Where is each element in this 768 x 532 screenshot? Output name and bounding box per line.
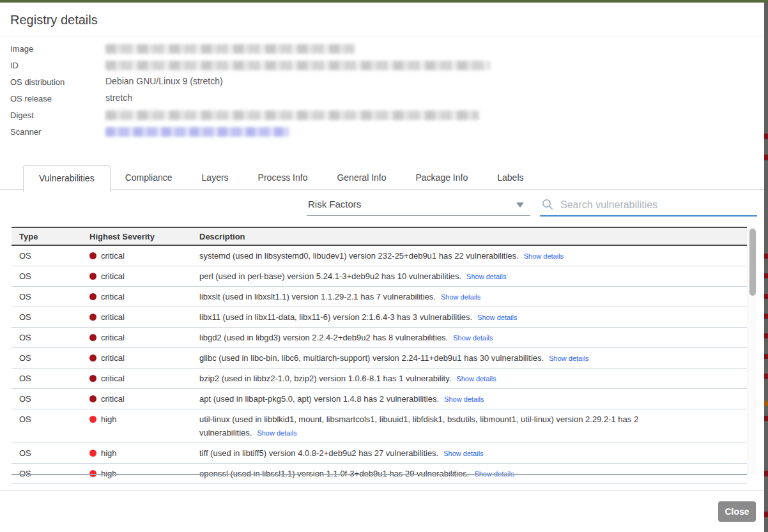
- field-label: Scanner: [10, 127, 41, 137]
- field-value-redacted: [105, 59, 490, 70]
- cell-description: libxslt (used in libxslt1.1) version 1.1…: [199, 290, 747, 304]
- cell-description: util-linux (used in libblkid1, mount, li…: [199, 413, 747, 440]
- cell-description: bzip2 (used in libbz2-1.0, bzip2) versio…: [199, 372, 747, 386]
- cell-description: libgd2 (used in libgd3) version 2.2.4-2+…: [199, 331, 747, 345]
- show-details-link[interactable]: Show details: [441, 293, 480, 301]
- severity-dot-icon: [89, 354, 96, 361]
- cell-description: apt (used in libapt-pkg5.0, apt) version…: [199, 392, 747, 406]
- column-header-highest-severity: Highest Severity: [89, 230, 199, 243]
- cell-highest-severity: critical: [89, 331, 199, 344]
- footer-divider: [0, 490, 764, 491]
- column-header-type: Type: [12, 230, 89, 243]
- column-header-description: Description: [199, 230, 747, 243]
- cell-description: perl (used in perl-base) version 5.24.1-…: [199, 270, 747, 284]
- magnifier-icon: [542, 199, 553, 210]
- show-details-link[interactable]: Show details: [466, 273, 506, 280]
- field-label: Image: [10, 44, 33, 54]
- detail-field-os-release: OS releasestretch: [0, 91, 764, 107]
- risk-factors-label: Risk Factors: [308, 199, 361, 209]
- field-value-redacted: [105, 109, 479, 120]
- show-details-link[interactable]: Show details: [444, 395, 484, 403]
- triangle-down-icon: [516, 202, 524, 208]
- show-details-link[interactable]: Show details: [443, 450, 483, 457]
- field-value-redacted: [105, 126, 289, 137]
- show-details-link[interactable]: Show details: [524, 252, 564, 260]
- tab-general-info[interactable]: General Info: [322, 165, 401, 190]
- table-scrollbar-thumb[interactable]: [749, 229, 756, 296]
- redacted-block: [105, 61, 490, 70]
- cell-type: OS: [12, 270, 89, 283]
- show-details-link[interactable]: Show details: [549, 354, 588, 362]
- table-row: OScriticallibxslt (used in libxslt1.1) v…: [12, 287, 747, 307]
- severity-dot-icon: [89, 450, 96, 457]
- field-label: Digest: [10, 110, 34, 120]
- detail-field-scanner: Scanner: [0, 124, 764, 141]
- table-bottom-border: [12, 474, 747, 475]
- cell-type: OS: [12, 310, 89, 324]
- show-details-link[interactable]: Show details: [477, 314, 517, 321]
- field-label: ID: [10, 61, 19, 70]
- redacted-block: [105, 127, 289, 137]
- severity-dot-icon: [89, 293, 96, 300]
- severity-dot-icon: [89, 416, 96, 423]
- cell-type: OS: [12, 392, 89, 406]
- table-header-row: Type Highest Severity Description: [12, 227, 747, 246]
- vulnerabilities-table: Type Highest Severity Description OScrit…: [12, 227, 756, 475]
- table-row: OShighutil-linux (used in libblkid1, mou…: [12, 409, 747, 443]
- cell-highest-severity: critical: [89, 290, 199, 303]
- cell-type: OS: [12, 372, 89, 385]
- table-row: OShightiff (used in libtiff5) version 4.…: [12, 443, 747, 464]
- cell-type: OS: [12, 290, 89, 303]
- severity-dot-icon: [89, 334, 96, 341]
- show-details-link[interactable]: Show details: [453, 334, 493, 342]
- tab-compliance[interactable]: Compliance: [111, 165, 187, 190]
- show-details-link[interactable]: Show details: [456, 375, 496, 383]
- cell-highest-severity: critical: [89, 392, 199, 406]
- risk-factors-dropdown[interactable]: Risk Factors: [307, 194, 530, 216]
- cell-highest-severity: critical: [89, 310, 199, 324]
- details-fields: ImageIDOS distributionDebian GNU/Linux 9…: [0, 41, 764, 141]
- cell-highest-severity: high: [89, 446, 199, 460]
- cell-description: libx11 (used in libx11-data, libx11-6) v…: [199, 310, 747, 324]
- search-input[interactable]: [559, 196, 753, 214]
- severity-dot-icon: [89, 375, 96, 382]
- tab-vulnerabilities[interactable]: Vulnerabilities: [23, 165, 111, 192]
- cell-type: OS: [12, 446, 89, 460]
- show-details-link[interactable]: Show details: [257, 429, 296, 437]
- table-row: OScriticallibgd2 (used in libgd3) versio…: [12, 328, 747, 348]
- background-page-right-edge: [764, 3, 768, 532]
- cell-highest-severity: critical: [89, 249, 199, 262]
- tab-bar: VulnerabilitiesComplianceLayersProcess I…: [0, 165, 764, 190]
- search-box: [540, 194, 757, 217]
- table-row: OScriticalbzip2 (used in libbz2-1.0, bzi…: [12, 369, 747, 389]
- cell-highest-severity: critical: [89, 372, 199, 385]
- table-scrollbar-track[interactable]: [748, 227, 756, 475]
- severity-dot-icon: [89, 273, 96, 280]
- field-label: OS distribution: [10, 77, 65, 87]
- tab-labels[interactable]: Labels: [482, 165, 538, 190]
- table-row: OScriticalsystemd (used in libsystemd0, …: [12, 246, 747, 266]
- cell-description: systemd (used in libsystemd0, libudev1) …: [199, 249, 747, 263]
- cell-highest-severity: critical: [89, 351, 199, 365]
- field-label: OS release: [10, 94, 52, 103]
- field-value-redacted: [105, 43, 355, 54]
- cell-type: OS: [12, 249, 89, 262]
- cell-type: OS: [12, 413, 89, 426]
- tab-layers[interactable]: Layers: [187, 165, 243, 190]
- detail-field-digest: Digest: [0, 107, 764, 124]
- close-button[interactable]: Close: [718, 501, 756, 522]
- cell-type: OS: [12, 331, 89, 344]
- table-row: OScriticalapt (used in libapt-pkg5.0, ap…: [12, 389, 747, 409]
- table-row: OScriticallibx11 (used in libx11-data, l…: [12, 307, 747, 328]
- redacted-block: [105, 44, 355, 54]
- field-value: Debian GNU/Linux 9 (stretch): [105, 76, 223, 86]
- field-value: stretch: [105, 93, 132, 103]
- table-row: OScriticalglibc (used in libc-bin, libc6…: [12, 348, 747, 369]
- tab-package-info[interactable]: Package Info: [401, 165, 483, 190]
- tab-process-info[interactable]: Process Info: [243, 165, 323, 190]
- header-divider: [0, 36, 764, 36]
- table-row: OScriticalperl (used in perl-base) versi…: [12, 266, 747, 287]
- page-title: Registry details: [10, 13, 98, 27]
- cell-description: tiff (used in libtiff5) version 4.0.8-2+…: [199, 446, 747, 460]
- redacted-block: [105, 110, 479, 120]
